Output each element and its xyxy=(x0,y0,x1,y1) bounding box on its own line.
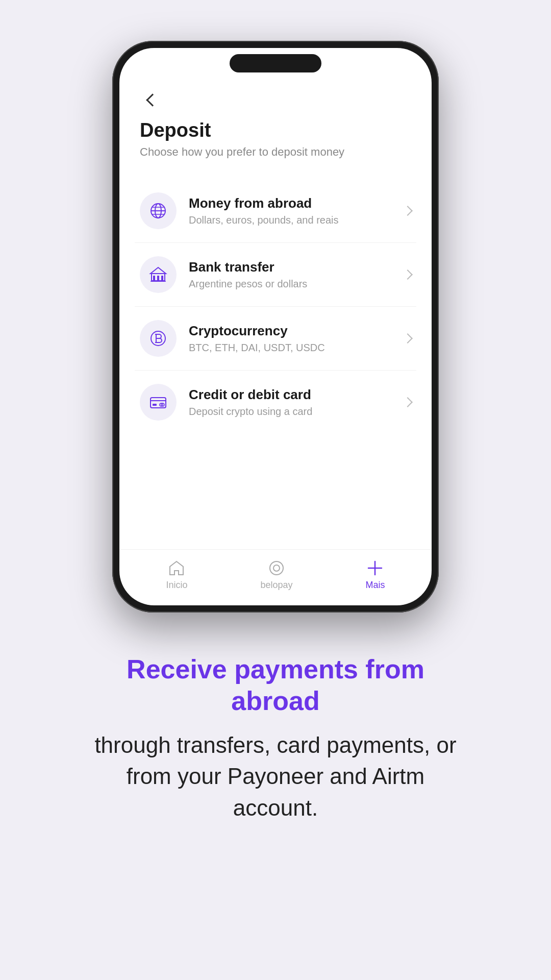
svg-rect-10 xyxy=(151,281,166,282)
menu-text-credit-card: Credit or debit card Deposit crypto usin… xyxy=(189,387,399,418)
bottom-navigation: Inicio belopay Mais xyxy=(119,549,432,605)
menu-title-bank-transfer: Bank transfer xyxy=(189,259,399,275)
svg-rect-7 xyxy=(157,276,159,281)
nav-item-belopay[interactable]: belopay xyxy=(245,555,308,595)
belopay-icon xyxy=(268,559,285,577)
menu-icon-wrap-card xyxy=(140,384,177,421)
svg-rect-6 xyxy=(153,276,155,281)
menu-desc-cryptocurrency: BTC, ETH, DAI, USDT, USDC xyxy=(189,342,399,354)
app-header: Deposit Choose how you prefer to deposit… xyxy=(119,84,432,169)
svg-rect-16 xyxy=(153,404,157,406)
menu-text-bank-transfer: Bank transfer Argentine pesos or dollars xyxy=(189,259,399,290)
chevron-right-icon-2 xyxy=(403,270,413,280)
menu-desc-credit-card: Deposit crypto using a card xyxy=(189,406,399,418)
nav-item-inicio[interactable]: Inicio xyxy=(151,555,203,595)
svg-point-20 xyxy=(273,565,280,571)
phone-mockup: Deposit Choose how you prefer to deposit… xyxy=(112,41,439,612)
back-chevron-icon xyxy=(146,93,159,106)
menu-item-credit-card[interactable]: Credit or debit card Deposit crypto usin… xyxy=(135,371,416,434)
menu-desc-bank-transfer: Argentine pesos or dollars xyxy=(189,278,399,290)
menu-desc-money-abroad: Dollars, euros, pounds, and reais xyxy=(189,214,399,226)
chevron-right-icon-3 xyxy=(403,333,413,344)
menu-item-cryptocurrency[interactable]: Cryptocurrency BTC, ETH, DAI, USDT, USDC xyxy=(135,307,416,371)
nav-item-mais[interactable]: Mais xyxy=(350,555,400,595)
svg-marker-9 xyxy=(151,267,166,274)
chevron-right-icon-1 xyxy=(403,206,413,216)
back-button[interactable] xyxy=(140,89,162,111)
nav-label-belopay: belopay xyxy=(260,580,292,591)
menu-title-money-abroad: Money from abroad xyxy=(189,195,399,211)
tagline-section: Receive payments from abroad through tra… xyxy=(46,612,505,854)
phone-screen: Deposit Choose how you prefer to deposit… xyxy=(119,48,432,605)
menu-title-cryptocurrency: Cryptocurrency xyxy=(189,323,399,339)
page-subtitle: Choose how you prefer to deposit money xyxy=(140,145,411,159)
home-icon xyxy=(168,559,185,577)
menu-icon-wrap-bank xyxy=(140,256,177,293)
nav-label-mais: Mais xyxy=(365,580,385,591)
tagline-heading: Receive payments from abroad xyxy=(87,653,464,717)
globe-icon xyxy=(149,202,167,220)
nav-label-inicio: Inicio xyxy=(166,580,187,591)
deposit-menu-list: Money from abroad Dollars, euros, pounds… xyxy=(119,179,432,434)
menu-text-cryptocurrency: Cryptocurrency BTC, ETH, DAI, USDT, USDC xyxy=(189,323,399,354)
credit-card-icon xyxy=(149,393,167,411)
menu-icon-wrap-bitcoin xyxy=(140,320,177,357)
menu-text-money-abroad: Money from abroad Dollars, euros, pounds… xyxy=(189,195,399,226)
chevron-right-icon-4 xyxy=(403,397,413,407)
menu-item-bank-transfer[interactable]: Bank transfer Argentine pesos or dollars xyxy=(135,243,416,307)
bank-icon xyxy=(149,265,167,284)
plus-icon xyxy=(366,559,384,577)
svg-point-19 xyxy=(270,561,283,575)
page-title: Deposit xyxy=(140,119,411,141)
menu-item-money-abroad[interactable]: Money from abroad Dollars, euros, pounds… xyxy=(135,179,416,243)
menu-title-credit-card: Credit or debit card xyxy=(189,387,399,403)
tagline-body: through transfers, card payments, or fro… xyxy=(87,729,464,824)
phone-notch xyxy=(230,54,321,72)
content-area: Money from abroad Dollars, euros, pounds… xyxy=(119,169,432,549)
svg-rect-8 xyxy=(161,276,163,281)
menu-icon-wrap-globe xyxy=(140,192,177,229)
bitcoin-icon xyxy=(149,329,167,348)
